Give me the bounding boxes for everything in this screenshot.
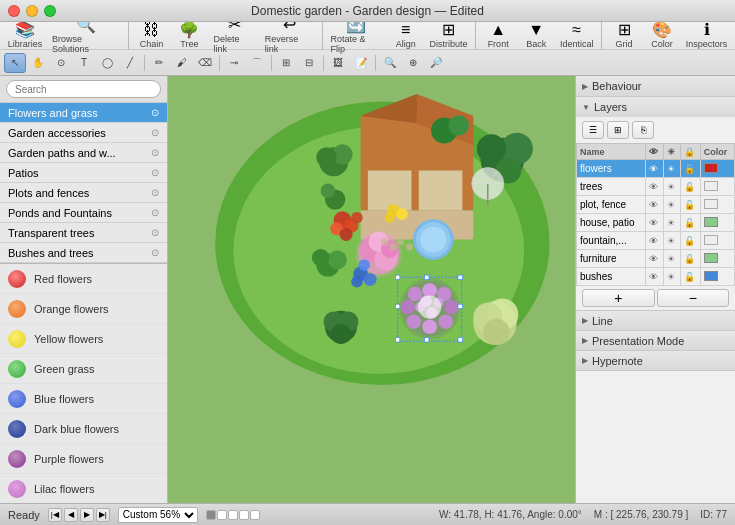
hypernote-section[interactable]: ▶ Hypernote (576, 351, 735, 371)
layer-lock[interactable]: 🔓 (680, 214, 700, 232)
layer-visible[interactable]: 👁 (645, 178, 663, 196)
search-input[interactable] (15, 84, 152, 95)
layer-print[interactable]: ☀ (663, 268, 680, 286)
toolbar-color[interactable]: 🎨 Color (644, 20, 680, 51)
layer-color[interactable] (700, 268, 734, 286)
category-flowers-and-grass[interactable]: Flowers and grass ⊙ (0, 103, 167, 123)
layer-print[interactable]: ☀ (663, 214, 680, 232)
minimize-button[interactable] (26, 5, 38, 17)
category-garden-paths[interactable]: Garden paths and w... ⊙ (0, 143, 167, 163)
pencil-tool[interactable]: ✏ (148, 53, 170, 73)
behaviour-header[interactable]: ▶ Behaviour (576, 76, 735, 96)
category-bushes-trees[interactable]: Bushes and trees ⊙ (0, 243, 167, 263)
layer-print[interactable]: ☀ (663, 232, 680, 250)
layer-print[interactable]: ☀ (663, 160, 680, 178)
layer-row[interactable]: flowers 👁 ☀ 🔓 (577, 160, 735, 178)
layer-lock[interactable]: 🔓 (680, 160, 700, 178)
category-garden-accessories[interactable]: Garden accessories ⊙ (0, 123, 167, 143)
maximize-button[interactable] (44, 5, 56, 17)
page-dot-3[interactable] (228, 510, 238, 520)
page-dot-4[interactable] (239, 510, 249, 520)
list-item[interactable]: Blue flowers (0, 384, 167, 414)
category-ponds[interactable]: Ponds and Fountains ⊙ (0, 203, 167, 223)
layer-copy-button[interactable]: ⎘ (632, 121, 654, 139)
window-controls[interactable] (8, 5, 56, 17)
toolbar-tree[interactable]: 🌳 Tree (171, 20, 207, 51)
layer-visible[interactable]: 👁 (645, 268, 663, 286)
toolbar-distribute[interactable]: ⊞ Distribute (426, 20, 471, 51)
zoom-out-tool[interactable]: 🔎 (425, 53, 447, 73)
prev-page-button[interactable]: ◀ (64, 508, 78, 522)
layer-lock[interactable]: 🔓 (680, 178, 700, 196)
page-dot-2[interactable] (217, 510, 227, 520)
layer-color[interactable] (700, 178, 734, 196)
layer-color[interactable] (700, 160, 734, 178)
zoom-selector[interactable]: Custom 56% (118, 507, 198, 523)
layer-row[interactable]: fountain,... 👁 ☀ 🔓 (577, 232, 735, 250)
zoom-in-tool[interactable]: 🔍 (379, 53, 401, 73)
category-transparent-trees[interactable]: Transparent trees ⊙ (0, 223, 167, 243)
image-tool[interactable]: 🖼 (327, 53, 349, 73)
layer-print[interactable]: ☀ (663, 196, 680, 214)
list-item[interactable]: Green grass (0, 354, 167, 384)
layer-lock[interactable]: 🔓 (680, 268, 700, 286)
layer-visible[interactable]: 👁 (645, 160, 663, 178)
list-item[interactable]: Lilac flowers (0, 474, 167, 503)
next-page-button[interactable]: ▶ (80, 508, 94, 522)
list-item[interactable]: Orange flowers (0, 294, 167, 324)
note-tool[interactable]: 📝 (350, 53, 372, 73)
pan-tool[interactable]: ✋ (27, 53, 49, 73)
layer-lock[interactable]: 🔓 (680, 232, 700, 250)
toolbar-chain[interactable]: ⛓ Chain (133, 20, 169, 51)
line-section[interactable]: ▶ Line (576, 311, 735, 331)
layer-visible[interactable]: 👁 (645, 196, 663, 214)
zoom-tool[interactable]: ⊙ (50, 53, 72, 73)
layer-color[interactable] (700, 196, 734, 214)
presentation-section[interactable]: ▶ Presentation Mode (576, 331, 735, 351)
list-item[interactable]: Red flowers (0, 264, 167, 294)
layer-visible[interactable]: 👁 (645, 232, 663, 250)
zoom-fit-tool[interactable]: ⊕ (402, 53, 424, 73)
layer-row[interactable]: bushes 👁 ☀ 🔓 (577, 268, 735, 286)
list-item[interactable]: Dark blue flowers (0, 414, 167, 444)
brush-tool[interactable]: 🖌 (171, 53, 193, 73)
page-dot-5[interactable] (250, 510, 260, 520)
layer-color[interactable] (700, 214, 734, 232)
line-tool[interactable]: ╱ (119, 53, 141, 73)
layer-visible[interactable]: 👁 (645, 250, 663, 268)
page-dot-1[interactable] (206, 510, 216, 520)
layer-list-view-button[interactable]: ☰ (582, 121, 604, 139)
grid-view-tool[interactable]: ⊞ (275, 53, 297, 73)
shape-tool[interactable]: ◯ (96, 53, 118, 73)
search-box[interactable] (6, 80, 161, 98)
eraser-tool[interactable]: ⌫ (194, 53, 216, 73)
layer-grid-view-button[interactable]: ⊞ (607, 121, 629, 139)
connect-tool[interactable]: ⊸ (223, 53, 245, 73)
toolbar-inspectors[interactable]: ℹ Inspectors (682, 20, 731, 51)
layer-print[interactable]: ☀ (663, 250, 680, 268)
toolbar-front[interactable]: ▲ Front (480, 20, 516, 51)
remove-layer-button[interactable]: − (657, 289, 730, 307)
layer-row[interactable]: trees 👁 ☀ 🔓 (577, 178, 735, 196)
category-plots-fences[interactable]: Plots and fences ⊙ (0, 183, 167, 203)
toolbar-grid[interactable]: ⊞ Grid (606, 20, 642, 51)
first-page-button[interactable]: |◀ (48, 508, 62, 522)
layer-row[interactable]: plot, fence 👁 ☀ 🔓 (577, 196, 735, 214)
list-item[interactable]: Yellow flowers (0, 324, 167, 354)
last-page-button[interactable]: ▶| (96, 508, 110, 522)
layer-color[interactable] (700, 232, 734, 250)
bezier-tool[interactable]: ⌒ (246, 53, 268, 73)
toolbar-identical[interactable]: ≈ Identical (556, 20, 597, 51)
select-tool[interactable]: ↖ (4, 53, 26, 73)
garden-canvas[interactable] (168, 76, 575, 389)
text-tool[interactable]: T (73, 53, 95, 73)
toolbar-align[interactable]: ≡ Align (388, 20, 424, 51)
layers-header[interactable]: ▼ Layers (576, 97, 735, 117)
layer-visible[interactable]: 👁 (645, 214, 663, 232)
toolbar-libraries[interactable]: 📚 Libraries (4, 20, 46, 51)
category-patios[interactable]: Patios ⊙ (0, 163, 167, 183)
layer-lock[interactable]: 🔓 (680, 250, 700, 268)
add-layer-button[interactable]: + (582, 289, 655, 307)
table-tool[interactable]: ⊟ (298, 53, 320, 73)
layer-row[interactable]: house, patio 👁 ☀ 🔓 (577, 214, 735, 232)
